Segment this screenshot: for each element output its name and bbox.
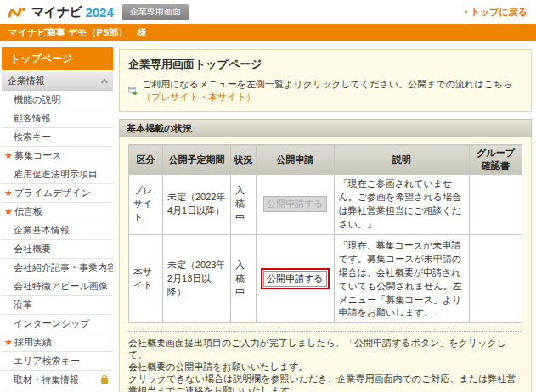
dotted-divider	[128, 331, 522, 332]
page-title: 企業専用画面トップページ	[128, 57, 522, 72]
sidebar-item-company-basic-info[interactable]: 企業基本情報	[2, 221, 113, 240]
sidebar-item-recruit-course[interactable]: ★募集コース	[2, 147, 113, 165]
logo-brand-text: マイナビ	[31, 4, 82, 20]
cell-category: プレサイト	[129, 175, 163, 235]
cell-group-doc	[470, 175, 522, 235]
sidebar-item-search-key[interactable]: 検索キー	[2, 128, 113, 147]
column-header-period: 公開予定期間	[163, 145, 231, 175]
lock-icon	[101, 378, 108, 384]
section-title-basic-status: 基本掲載の状況	[119, 119, 532, 137]
sidebar-item-customer-info[interactable]: 顧客情報	[2, 109, 113, 128]
cell-description: 「現在、募集コースが未申請です。募集コースが未申請の場合は、会社概要が申請されて…	[334, 234, 469, 323]
main-content: 企業専用画面トップページ ご利用になるメニューを左側一覧よりクリックしてください…	[119, 49, 532, 392]
page-header-box: 企業専用画面トップページ ご利用になるメニューを左側一覧よりクリックしてください…	[119, 49, 532, 112]
sidebar-item-message-board[interactable]: ★伝言板	[2, 203, 113, 221]
cell-description: 「現在ご参画されていません。ご参画を希望される場合は弊社営業担当にご相談ください…	[334, 175, 469, 235]
column-header-category: 区分	[129, 145, 163, 175]
note-line-2: 会社概要の公開申請をお願いいたします。	[128, 361, 522, 372]
menu-guide-icon	[128, 86, 138, 96]
column-header-apply: 公開申請	[257, 145, 335, 175]
star-icon: ★	[4, 150, 13, 160]
red-highlight-frame: 公開申請する	[261, 268, 330, 289]
star-icon: ★	[4, 188, 13, 198]
account-name: マイナビ商事 デモ（PS部） 様	[8, 27, 146, 37]
mainsite-link[interactable]: 本サイト	[208, 92, 246, 102]
sidebar-item-function-description[interactable]: 機能の説明	[2, 91, 113, 109]
cell-group-doc	[470, 234, 522, 323]
sidebar-item-company-overview[interactable]: 会社概要	[2, 240, 113, 259]
presite-link[interactable]: プレサイト	[151, 92, 199, 102]
column-header-status: 状況	[231, 145, 257, 175]
sidebar: トップページ 企業情報 機能の説明 顧客情報 検索キー ★募集コース 雇用促進法…	[2, 47, 113, 392]
sidebar-item-area-search-key[interactable]: エリア検索キー	[2, 352, 113, 371]
sidebar-item-company-article-image[interactable]: 会社紹介記事・事業内容横画像	[2, 259, 113, 277]
cell-period: 未定（2023年2月13日以降）	[163, 234, 231, 323]
cell-status: 入稿中	[231, 234, 257, 323]
account-bar: マイナビ商事 デモ（PS部） 様	[0, 24, 536, 41]
corporate-screen-badge: 企業専用画面	[122, 4, 189, 20]
publication-status-table: 区分 公開予定期間 状況 公開申請 説明 グループ確認書 プレサイト 未定（20…	[128, 144, 522, 323]
sidebar-section-company-info[interactable]: 企業情報	[2, 72, 113, 91]
sidebar-item-top-page[interactable]: トップページ	[2, 47, 113, 70]
sidebar-item-internship[interactable]: インターンシップ	[2, 315, 113, 333]
column-header-description: 説明	[334, 145, 469, 175]
basic-status-box: 区分 公開予定期間 状況 公開申請 説明 グループ確認書 プレサイト 未定（20…	[119, 137, 532, 392]
column-header-group-doc: グループ確認書	[470, 145, 522, 175]
chevron-up-icon	[101, 79, 108, 86]
logo-year-text: 2024	[85, 5, 113, 20]
sidebar-section-label: 企業情報	[8, 75, 45, 87]
mynavi-logo[interactable]: マイナビ 2024	[8, 4, 114, 20]
sidebar-item-prime-design[interactable]: ★プライムデザイン	[2, 184, 113, 203]
sidebar-item-coverage-feature-info[interactable]: 取材・特集情報	[2, 371, 113, 389]
top-header: マイナビ 2024 企業専用画面 ▪ トップに戻る	[0, 0, 536, 24]
sidebar-item-company-appeal-image[interactable]: 会社特徴アピール画像	[2, 277, 113, 296]
mynavi-wave-icon	[8, 5, 29, 19]
cell-status: 入稿中	[231, 175, 257, 235]
apply-button-disabled: 公開申請する	[263, 196, 327, 212]
sidebar-item-employment-promotion[interactable]: 雇用促進法明示項目	[2, 165, 113, 184]
apply-button[interactable]: 公開申請する	[263, 271, 327, 287]
note-line-1: 会社概要画面提出項目のご入力が完了しましたら、「公開申請するボタン」をクリックし…	[128, 337, 522, 361]
sidebar-item-history[interactable]: 沿革	[2, 296, 113, 315]
star-icon: ★	[4, 206, 13, 216]
cell-category: 本サイト	[129, 234, 163, 323]
cell-period: 未定（2022年4月1日以降）	[163, 175, 231, 235]
intro-text: ご利用になるメニューを左側一覧よりクリックしてください。公開までの流れはこちら（…	[142, 78, 522, 104]
back-to-top-link[interactable]: ▪ トップに戻る	[465, 6, 528, 19]
bullet-icon: ▪	[465, 8, 468, 15]
back-to-top-label: トップに戻る	[471, 6, 528, 19]
note-line-3: クリックできない場合は説明欄を参照いただき、企業専用画面内でのご対応、または弊社…	[128, 372, 522, 392]
sidebar-item-hiring-record[interactable]: ★採用実績	[2, 333, 113, 352]
table-row-mainsite: 本サイト 未定（2023年2月13日以降） 入稿中 公開申請する 「現在、募集コ…	[129, 234, 522, 323]
star-icon: ★	[4, 337, 13, 347]
table-row-presite: プレサイト 未定（2022年4月1日以降） 入稿中 公開申請する 「現在ご参画さ…	[129, 175, 522, 235]
